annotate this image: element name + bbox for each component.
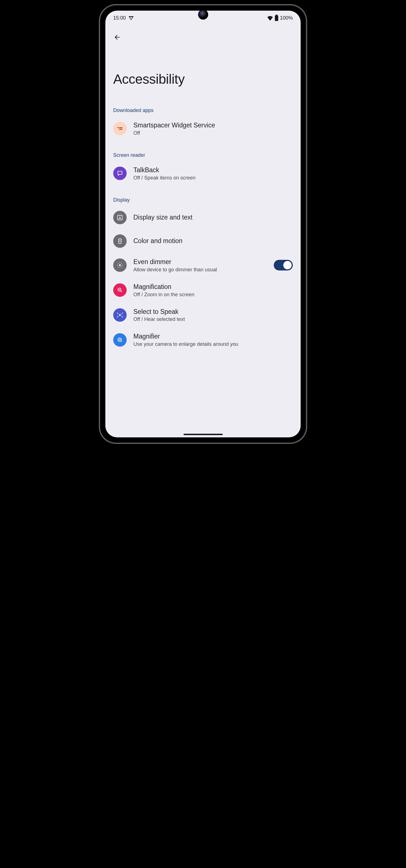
svg-rect-4	[119, 129, 122, 130]
item-title: Display size and text	[134, 213, 293, 222]
item-title: Select to Speak	[134, 308, 293, 316]
svg-rect-7	[118, 239, 121, 244]
speech-bubble-icon	[113, 166, 127, 180]
svg-point-2	[117, 127, 118, 128]
magnifier-camera-icon	[113, 333, 127, 347]
svg-text:A: A	[119, 216, 121, 219]
item-title: Even dimmer	[134, 258, 267, 266]
svg-rect-0	[272, 18, 272, 20]
row-magnification[interactable]: Magnification Off / Zoom in on the scree…	[105, 278, 301, 303]
brightness-icon	[113, 258, 127, 272]
back-button[interactable]	[111, 31, 123, 43]
section-display: Display	[105, 186, 301, 206]
item-subtitle: Off	[134, 130, 293, 136]
svg-line-21	[121, 291, 122, 292]
row-text: TalkBack Off / Speak items on screen	[134, 166, 293, 181]
row-select-to-speak[interactable]: Select to Speak Off / Hear selected text	[105, 303, 301, 328]
row-text: Magnifier Use your camera to enlarge det…	[134, 332, 293, 347]
row-text: Select to Speak Off / Hear selected text	[134, 308, 293, 322]
page-title: Accessibility	[105, 46, 301, 101]
section-screen-reader: Screen reader	[105, 141, 301, 161]
section-downloaded-apps: Downloaded apps	[105, 101, 301, 116]
arrow-back-icon	[114, 34, 121, 41]
row-even-dimmer[interactable]: Even dimmer Allow device to go dimmer th…	[105, 253, 301, 278]
item-subtitle: Allow device to go dimmer than usual	[134, 267, 267, 273]
even-dimmer-toggle[interactable]	[274, 260, 293, 271]
screen: 15:00 100% Accessibility Downloaded apps	[105, 11, 301, 437]
item-title: Color and motion	[134, 237, 293, 245]
item-subtitle: Off / Hear selected text	[134, 316, 293, 322]
text-size-icon: A	[113, 211, 127, 224]
svg-line-16	[118, 263, 118, 264]
item-title: TalkBack	[134, 166, 293, 175]
row-color-motion[interactable]: Color and motion	[105, 229, 301, 253]
app-bar	[105, 23, 301, 46]
phone-icon	[113, 235, 127, 248]
item-subtitle: Off / Speak items on screen	[134, 175, 293, 181]
row-magnifier[interactable]: Magnifier Use your camera to enlarge det…	[105, 327, 301, 352]
row-text: Magnification Off / Zoom in on the scree…	[134, 283, 293, 298]
phone-frame: 15:00 100% Accessibility Downloaded apps	[100, 6, 306, 442]
item-title: Magnifier	[134, 332, 293, 341]
item-subtitle: Off / Zoom in on the screen	[134, 292, 293, 298]
svg-rect-3	[119, 127, 122, 128]
status-time: 15:00	[113, 15, 126, 21]
camera-notch	[198, 9, 208, 20]
row-text: Display size and text	[134, 213, 293, 222]
row-smartspacer[interactable]: Smartspacer Widget Service Off	[105, 116, 301, 141]
svg-point-25	[119, 339, 120, 340]
speaker-select-icon	[113, 308, 127, 322]
zoom-in-icon	[113, 283, 127, 297]
svg-line-19	[121, 263, 122, 264]
item-title: Smartspacer Widget Service	[134, 121, 293, 130]
row-text: Smartspacer Widget Service Off	[134, 121, 293, 136]
svg-line-26	[121, 341, 122, 342]
status-left: 15:00	[113, 15, 134, 21]
item-subtitle: Use your camera to enlarge details aroun…	[134, 341, 293, 347]
svg-point-1	[272, 20, 272, 21]
svg-point-11	[119, 264, 121, 266]
svg-line-18	[118, 267, 118, 267]
item-title: Magnification	[134, 283, 293, 291]
row-talkback[interactable]: TalkBack Off / Speak items on screen	[105, 161, 301, 186]
status-battery-pct: 100%	[280, 15, 293, 21]
status-right: 100%	[267, 15, 293, 21]
row-display-size[interactable]: A Display size and text	[105, 206, 301, 229]
svg-line-17	[121, 267, 122, 267]
list-icon	[113, 122, 127, 135]
vpn-icon	[128, 16, 134, 20]
svg-point-24	[118, 338, 122, 342]
row-text: Even dimmer Allow device to go dimmer th…	[134, 258, 267, 273]
battery-icon	[275, 16, 278, 21]
wifi-icon	[267, 16, 273, 21]
row-text: Color and motion	[134, 237, 293, 245]
nav-handle[interactable]	[183, 434, 223, 435]
